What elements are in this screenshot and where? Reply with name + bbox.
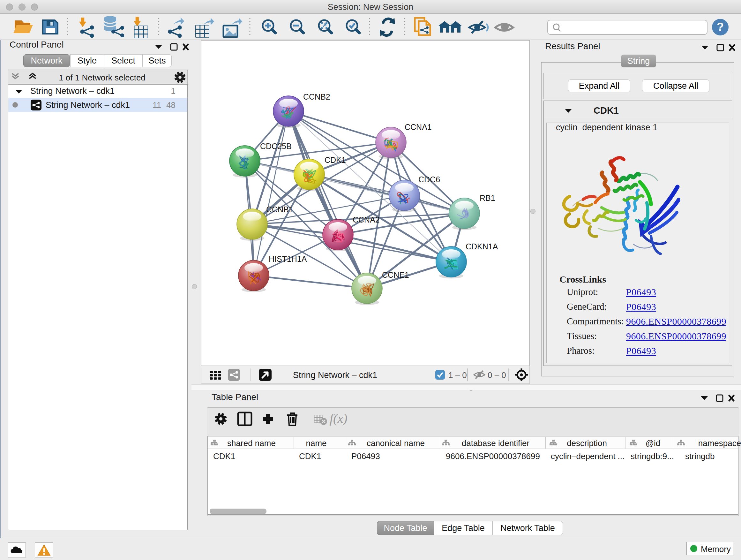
svg-text:CCNE1: CCNE1 bbox=[382, 270, 409, 279]
svg-text:CDC25B: CDC25B bbox=[260, 142, 292, 151]
svg-text:CDC6: CDC6 bbox=[418, 175, 440, 184]
svg-text:CCNA2: CCNA2 bbox=[353, 215, 380, 224]
svg-text:0 – 0: 0 – 0 bbox=[488, 370, 506, 380]
svg-text:f(x): f(x) bbox=[330, 411, 347, 426]
svg-text:?: ? bbox=[717, 20, 724, 34]
svg-text:CCNA1: CCNA1 bbox=[405, 123, 432, 132]
svg-text:RB1: RB1 bbox=[480, 193, 495, 202]
svg-text:CCNB1: CCNB1 bbox=[266, 205, 293, 214]
svg-text:CCNB2: CCNB2 bbox=[303, 92, 330, 101]
svg-text:HIST1H1A: HIST1H1A bbox=[269, 254, 307, 263]
svg-text:CDKN1A: CDKN1A bbox=[466, 242, 498, 251]
svg-text:String Network – cdk1: String Network – cdk1 bbox=[293, 370, 377, 380]
svg-text:1 – 0: 1 – 0 bbox=[448, 370, 467, 380]
svg-text:CDK1: CDK1 bbox=[325, 155, 346, 165]
